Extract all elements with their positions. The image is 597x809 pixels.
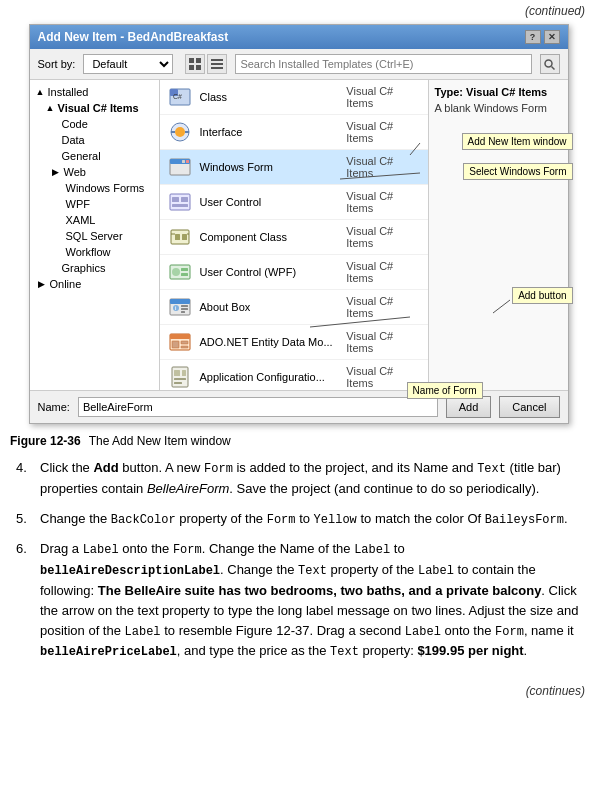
component-class-icon [166, 223, 194, 251]
svg-rect-25 [175, 234, 180, 240]
close-button[interactable]: ✕ [544, 30, 560, 44]
svg-rect-2 [189, 65, 194, 70]
item-interface[interactable]: Interface Visual C# Items [160, 115, 428, 150]
item-app-config[interactable]: Application Configuratio... Visual C# It… [160, 360, 428, 390]
item-class[interactable]: C# Class Visual C# Items [160, 80, 428, 115]
svg-rect-43 [181, 341, 188, 344]
sidebar-item-online[interactable]: ▶ Online [30, 276, 159, 292]
type-label: Type: [435, 86, 467, 98]
sidebar-item-workflow[interactable]: Workflow [30, 244, 159, 260]
about-box-category: Visual C# Items [346, 295, 421, 319]
step6-label4: Label [125, 625, 161, 639]
dialog-toolbar: Sort by: Default [30, 49, 568, 80]
svg-rect-0 [189, 58, 194, 63]
svg-line-8 [552, 66, 555, 69]
component-class-category: Visual C# Items [346, 225, 421, 249]
step6-label3: Label [418, 564, 454, 578]
sidebar-item-visual-csharp[interactable]: ▲ Visual C# Items [30, 100, 159, 116]
add-button[interactable]: Add [446, 396, 492, 418]
item-windows-form[interactable]: Windows Form Visual C# Items [160, 150, 428, 185]
item-component-class[interactable]: Component Class Visual C# Items [160, 220, 428, 255]
name-label: Name: [38, 401, 70, 413]
step5-form: Form [267, 513, 296, 527]
sidebar-item-web[interactable]: ▶ Web [30, 164, 159, 180]
sidebar-item-windows-forms[interactable]: Windows Forms [30, 180, 159, 196]
svg-rect-42 [172, 341, 179, 348]
item-user-control-wpf[interactable]: User Control (WPF) Visual C# Items [160, 255, 428, 290]
step4-add-bold: Add [93, 460, 118, 475]
svg-rect-39 [181, 311, 185, 313]
step-5-number: 5. [16, 509, 30, 530]
dialog-wrapper: Add New Item - BedAndBreakfast ? ✕ Sort … [0, 20, 597, 430]
step6-label1: Label [83, 543, 119, 557]
add-new-item-dialog: Add New Item - BedAndBreakfast ? ✕ Sort … [29, 24, 569, 424]
items-list: C# Class Visual C# Items [160, 80, 428, 390]
step6-form2: Form [495, 625, 524, 639]
search-button[interactable] [540, 54, 560, 74]
class-category: Visual C# Items [346, 85, 421, 109]
sidebar-item-code[interactable]: Code [30, 116, 159, 132]
app-config-name: Application Configuratio... [200, 371, 347, 383]
svg-text:C#: C# [173, 93, 182, 100]
svg-rect-37 [181, 305, 188, 307]
sidebar-item-installed[interactable]: ▲ Installed [30, 84, 159, 100]
online-label: Online [50, 278, 82, 290]
sidebar-item-general[interactable]: General [30, 148, 159, 164]
step5-backcolor: BackColor [111, 513, 176, 527]
svg-rect-47 [182, 370, 186, 376]
interface-icon [166, 118, 194, 146]
dialog-title: Add New Item - BedAndBreakfast [38, 30, 229, 44]
class-name: Class [200, 91, 347, 103]
sort-select[interactable]: Default [83, 54, 173, 74]
svg-rect-21 [172, 197, 179, 202]
app-config-category: Visual C# Items [346, 365, 421, 389]
dialog-bottom: Name: Add Cancel [30, 390, 568, 423]
step-6-number: 6. [16, 539, 30, 662]
dialog-titlebar: Add New Item - BedAndBreakfast ? ✕ [30, 25, 568, 49]
step-5: 5. Change the BackColor property of the … [16, 509, 581, 530]
sidebar: ▲ Installed ▲ Visual C# Items Code Data … [30, 80, 160, 390]
help-button[interactable]: ? [525, 30, 541, 44]
user-control-category: Visual C# Items [346, 190, 421, 214]
page-header: (continued) [0, 0, 597, 20]
about-box-name: About Box [200, 301, 347, 313]
step4-form-code: Form [204, 462, 233, 476]
step6-text-prop: Text [298, 564, 327, 578]
svg-rect-1 [196, 58, 201, 63]
step6-suite-bold: The BelleAire suite has two bedrooms, tw… [98, 583, 542, 598]
step6-label5: Label [405, 625, 441, 639]
grid-view-button[interactable] [185, 54, 205, 74]
svg-rect-4 [211, 59, 223, 61]
sidebar-item-wpf[interactable]: WPF [30, 196, 159, 212]
svg-point-30 [172, 268, 180, 276]
sidebar-item-graphics[interactable]: Graphics [30, 260, 159, 276]
item-about-box[interactable]: i About Box Visual C# Items [160, 290, 428, 325]
svg-rect-3 [196, 65, 201, 70]
svg-rect-19 [186, 160, 189, 163]
svg-point-7 [545, 60, 552, 67]
cancel-button[interactable]: Cancel [499, 396, 559, 418]
search-input[interactable] [235, 54, 531, 74]
component-class-name: Component Class [200, 231, 347, 243]
user-control-icon [166, 188, 194, 216]
page-footer: (continues) [0, 680, 597, 700]
item-user-control[interactable]: User Control Visual C# Items [160, 185, 428, 220]
step6-text-prop2: Text [330, 645, 359, 659]
user-control-wpf-category: Visual C# Items [346, 260, 421, 284]
about-box-icon: i [166, 293, 194, 321]
installed-toggle: ▲ [36, 87, 46, 97]
ado-net-category: Visual C# Items [346, 330, 421, 354]
vcsharp-toggle: ▲ [46, 103, 56, 113]
sidebar-item-data[interactable]: Data [30, 132, 159, 148]
sidebar-item-xaml[interactable]: XAML [30, 212, 159, 228]
step6-description-label: belleAireDescriptionLabel [40, 564, 220, 578]
step5-baileysform: BaileysForm [485, 513, 564, 527]
online-toggle: ▶ [38, 279, 48, 289]
step-4: 4. Click the Add button. A new Form is a… [16, 458, 581, 499]
figure-label: Figure 12-36 [10, 434, 81, 448]
list-view-button[interactable] [207, 54, 227, 74]
name-input[interactable] [78, 397, 438, 417]
vcsharp-label: Visual C# Items [58, 102, 139, 114]
item-ado-net[interactable]: ADO.NET Entity Data Mo... Visual C# Item… [160, 325, 428, 360]
sidebar-item-sql[interactable]: SQL Server [30, 228, 159, 244]
